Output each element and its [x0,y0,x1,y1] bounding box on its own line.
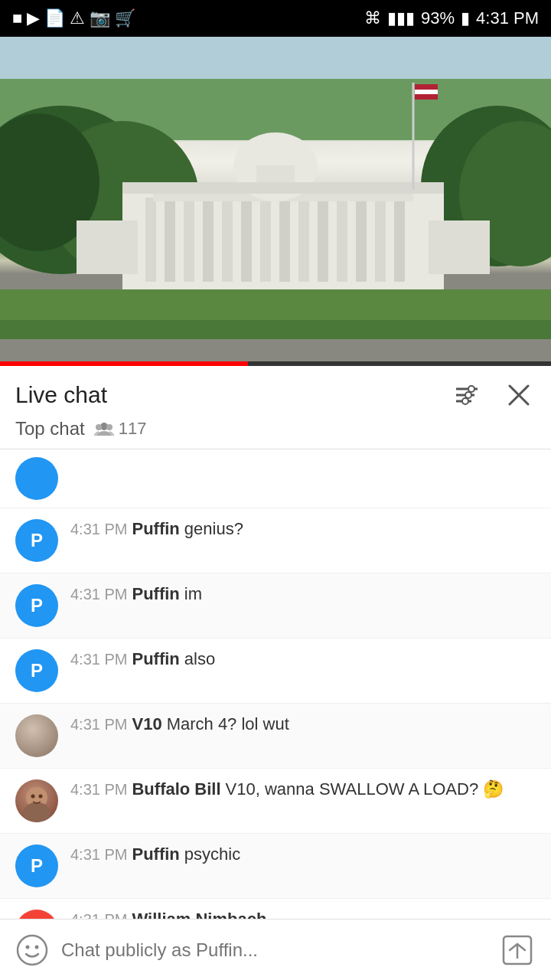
message-content: 4:31 PM Buffalo Bill V10, wanna SWALLOW … [70,779,536,799]
send-button[interactable] [496,929,539,972]
svg-rect-11 [184,198,194,282]
video-progress-fill [0,361,248,366]
message-time: 4:31 PM [70,651,127,668]
meta-and-text: 4:31 PM Puffin psychic [70,844,536,864]
svg-rect-34 [415,84,438,90]
svg-point-41 [465,392,471,398]
live-chat-title: Live chat [15,382,107,408]
meta-and-text: 4:31 PM Puffin im [70,584,536,604]
svg-point-42 [462,398,468,404]
avatar: P [15,649,58,692]
chat-messages: P 4:31 PM Puffin genius? P 4:31 PM Puffi… [0,449,551,965]
svg-point-51 [39,795,43,799]
avatar: P [15,844,58,887]
svg-rect-16 [279,198,290,282]
video-player[interactable] [0,37,551,366]
chat-message: P 4:31 PM Puffin psychic [0,834,551,899]
send-icon [500,933,534,967]
message-content: 4:31 PM V10 March 4? lol wut [70,714,536,734]
chat-message: P 4:31 PM Puffin im [0,573,551,639]
chat-message: P 4:31 PM Puffin genius? [0,508,551,573]
svg-rect-18 [318,198,328,282]
avatar: P [15,584,58,627]
svg-rect-36 [415,94,438,100]
avatar-truncated [15,457,58,500]
message-text: also [184,649,215,669]
svg-point-49 [23,802,51,822]
meta-and-text: 4:31 PM V10 March 4? lol wut [70,714,536,734]
message-time: 4:31 PM [70,716,127,733]
app-icon-play: ▶ [27,8,40,28]
battery-icon: ▮ [461,8,470,28]
svg-rect-9 [145,198,156,282]
avatar-face [15,779,58,822]
wifi-icon: ⌘ [364,8,381,28]
video-thumbnail [0,37,551,366]
svg-rect-14 [241,198,252,282]
svg-rect-35 [415,90,438,94]
message-content: 4:31 PM Puffin genius? [70,519,536,539]
svg-rect-13 [222,198,233,282]
app-icon-alert: ⚠ [70,8,85,28]
status-icons-left: ■ ▶ 📄 ⚠ 📷 🛒 [12,8,135,28]
svg-point-54 [35,945,39,949]
svg-point-47 [106,424,112,430]
emoji-button[interactable] [12,930,52,970]
avatar [15,714,58,757]
top-chat-row: Top chat 117 [15,418,536,449]
close-button[interactable] [502,378,536,412]
avatar [15,779,58,822]
svg-rect-26 [122,182,444,194]
message-content: 4:31 PM Puffin im [70,584,536,604]
meta-and-text: 4:31 PM Buffalo Bill V10, wanna SWALLOW … [70,779,536,799]
meta-and-text: 4:31 PM Puffin also [70,649,536,669]
message-time: 4:31 PM [70,521,127,538]
svg-point-50 [31,795,35,799]
svg-rect-1 [0,37,551,83]
status-icons-right: ⌘ ▮▮▮ 93% ▮ 4:31 PM [364,8,539,28]
viewers-icon [94,420,114,437]
message-text: genius? [184,519,243,539]
chat-message: 4:31 PM V10 March 4? lol wut [0,704,551,769]
chat-message: 4:31 PM Buffalo Bill V10, wanna SWALLOW … [0,769,551,834]
emoji-icon [15,933,49,967]
svg-rect-17 [298,198,309,282]
chat-message: P 4:31 PM Puffin also [0,639,551,704]
signal-icon: ▮▮▮ [387,8,415,28]
message-time: 4:31 PM [70,846,127,864]
app-icon-bag: 🛒 [115,8,135,28]
message-author: V10 [132,714,161,734]
battery-percentage: 93% [421,8,455,28]
svg-point-53 [26,945,30,949]
svg-point-46 [96,424,102,430]
viewer-count: 117 [119,419,147,439]
header-icons [450,378,536,412]
app-icon-m: ■ [12,8,22,28]
status-bar: ■ ▶ 📄 ⚠ 📷 🛒 ⌘ ▮▮▮ 93% ▮ 4:31 PM [0,0,551,37]
message-time: 4:31 PM [70,586,127,603]
top-chat-label: Top chat [15,418,85,439]
chat-input[interactable] [61,930,487,970]
app-icon-image: 📷 [90,8,110,28]
message-text: im [184,584,202,604]
message-text: V10, wanna SWALLOW A LOAD? 🤔 [226,779,504,799]
chat-input-bar [0,919,551,980]
video-scene [0,37,551,366]
video-progress-bar[interactable] [0,361,551,366]
svg-rect-10 [165,198,175,282]
live-chat-header: Live chat Top cha [0,366,551,449]
message-author: Buffalo Bill [132,779,220,799]
filter-icon [453,381,481,409]
app-icon-file: 📄 [44,8,65,28]
message-author: Puffin [132,519,179,539]
chat-message-truncated [0,449,551,508]
svg-rect-28 [429,220,490,274]
svg-rect-15 [260,198,271,282]
svg-point-40 [468,386,474,392]
message-time: 4:31 PM [70,781,127,799]
svg-rect-12 [203,198,214,282]
meta-and-text: 4:31 PM Puffin genius? [70,519,536,539]
filter-button[interactable] [450,378,484,412]
message-content: 4:31 PM Puffin psychic [70,844,536,864]
message-content: 4:31 PM Puffin also [70,649,536,669]
